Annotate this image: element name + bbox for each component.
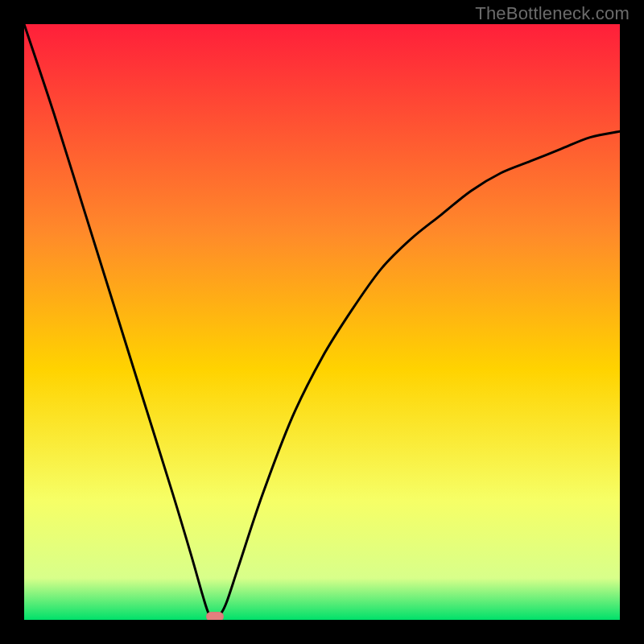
plot-area — [24, 24, 620, 620]
minimum-marker — [206, 612, 224, 620]
bottleneck-curve — [24, 24, 620, 620]
chart-frame: TheBottleneck.com — [0, 0, 644, 644]
watermark-text: TheBottleneck.com — [475, 3, 630, 24]
